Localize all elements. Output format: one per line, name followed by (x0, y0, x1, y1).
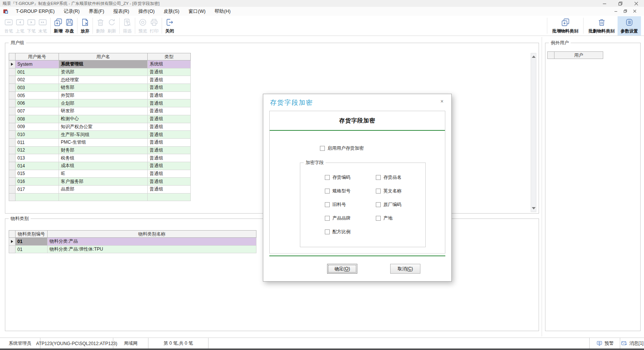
cell-type[interactable]: 普通组 (148, 170, 191, 178)
cell-username[interactable]: IE (59, 170, 148, 178)
enable-encrypt-row[interactable]: 启用用户存货加密 (320, 145, 364, 152)
cell-account[interactable]: 013 (15, 154, 59, 162)
enable-encrypt-checkbox[interactable] (320, 146, 325, 151)
cell-username[interactable]: PMC-生管组 (59, 138, 148, 146)
mdi-close-button[interactable] (633, 9, 636, 14)
cell-account[interactable]: 017 (15, 186, 59, 194)
table-row[interactable]: 005外贸部普通组 (9, 91, 191, 99)
field-checkbox[interactable] (376, 189, 381, 194)
cell-username[interactable]: 财务部 (59, 146, 148, 154)
field-option[interactable]: 存货编码 (325, 174, 351, 181)
cell-account[interactable]: 002 (15, 76, 59, 84)
column-header-account[interactable]: 用户账号 (15, 53, 59, 60)
cancel-button[interactable]: 取消(C) (390, 264, 420, 274)
cell-username[interactable]: 知识产权办公室 (59, 123, 148, 131)
scroll-down-arrow[interactable] (532, 207, 536, 209)
cell-type[interactable]: 普通组 (148, 76, 191, 84)
table-row[interactable]: 015IE普通组 (9, 170, 191, 178)
field-checkbox[interactable] (376, 175, 381, 180)
batch-delete-category-button[interactable]: 批删物料类别 (585, 16, 618, 36)
cell-category-name[interactable]: 物料分类:产品:弹性体:TPU (47, 245, 256, 253)
field-checkbox[interactable] (325, 189, 330, 194)
alert-button[interactable]: 预警 (589, 338, 620, 349)
menu-item-help[interactable]: 帮助(H) (210, 8, 235, 15)
table-row[interactable]: 010生产部-车间组普通组 (9, 131, 191, 139)
menu-item-app[interactable]: T-GROUP ERP(E) (11, 9, 59, 14)
menu-item-ui[interactable]: 界面(F) (84, 8, 109, 15)
table-row[interactable]: 017品质部普通组 (9, 186, 191, 194)
field-checkbox[interactable] (325, 175, 330, 180)
message-button[interactable]: 消息[1] (620, 338, 644, 349)
menu-item-skin[interactable]: 皮肤(S) (159, 8, 184, 15)
cell-category-name[interactable]: 物料分类:产品 (47, 238, 256, 246)
column-header-user[interactable]: 用户 (554, 52, 603, 59)
cell-type[interactable]: 普通组 (148, 162, 191, 170)
cell-username[interactable]: 企划部 (59, 99, 148, 107)
restore-button[interactable] (612, 0, 628, 7)
menu-item-operation[interactable]: 操作(O) (134, 8, 159, 15)
cell-username[interactable]: 系统管理组 (59, 60, 148, 68)
cell-type[interactable]: 普通组 (148, 68, 191, 76)
table-row[interactable]: 011PMC-生管组普通组 (9, 138, 191, 146)
cell-category-code[interactable]: 01 (15, 238, 47, 246)
cell-account[interactable]: 001 (15, 68, 59, 76)
cell-account[interactable]: 005 (15, 91, 59, 99)
table-row[interactable]: System系统管理组系统组 (9, 60, 191, 68)
cell-account[interactable]: 008 (15, 115, 59, 123)
cell-account[interactable]: 011 (15, 138, 59, 146)
user-groups-scrollbar[interactable] (531, 53, 536, 212)
cell-account[interactable]: 015 (15, 170, 59, 178)
field-option[interactable]: 配方比例 (325, 229, 351, 235)
table-row[interactable]: 001资讯部普通组 (9, 68, 191, 76)
cell-username[interactable]: 客户服务部 (59, 178, 148, 186)
current-row-arrow[interactable] (9, 238, 15, 246)
cell-account[interactable]: System (15, 60, 59, 68)
column-header-category-name[interactable]: 物料类别名称 (47, 231, 256, 238)
cell-type[interactable]: 普通组 (148, 131, 191, 139)
add-button[interactable]: 新增 (53, 16, 64, 36)
table-row[interactable]: 016客户服务部普通组 (9, 178, 191, 186)
scroll-up-arrow[interactable] (532, 56, 536, 58)
cell-type[interactable]: 普通组 (148, 138, 191, 146)
cell-account[interactable]: 010 (15, 131, 59, 139)
table-row[interactable]: 009知识产权办公室普通组 (9, 123, 191, 131)
cell-type[interactable]: 普通组 (148, 146, 191, 154)
table-row[interactable]: 002总经理室普通组 (9, 76, 191, 84)
dialog-close-icon[interactable]: × (438, 98, 446, 105)
cell-type[interactable]: 普通组 (148, 123, 191, 131)
field-option[interactable]: 英文名称 (376, 188, 402, 194)
column-header-category-code[interactable]: 物料类别编号 (15, 231, 47, 238)
cell-type[interactable]: 普通组 (148, 99, 191, 107)
discard-button[interactable]: 放弃 (79, 16, 91, 36)
field-checkbox[interactable] (325, 229, 330, 234)
field-option[interactable]: 旧料号 (325, 201, 346, 208)
cell-username[interactable]: 总经理室 (59, 76, 148, 84)
column-header-type[interactable]: 类型 (148, 53, 191, 60)
cell-category-code[interactable]: 01 (15, 245, 47, 253)
cell-type[interactable]: 系统组 (148, 60, 191, 68)
cell-username[interactable]: 品质部 (59, 186, 148, 194)
table-row[interactable]: 014成本组普通组 (9, 162, 191, 170)
field-option[interactable]: 规格型号 (325, 188, 351, 194)
table-row[interactable]: 003销售部普通组 (9, 84, 191, 92)
field-option[interactable]: 产品品牌 (325, 215, 351, 221)
table-row[interactable]: 012财务部普通组 (9, 146, 191, 154)
field-option[interactable]: 产地 (376, 215, 392, 221)
table-row[interactable]: 007研发部普通组 (9, 107, 191, 115)
cell-type[interactable]: 普通组 (148, 186, 191, 194)
field-checkbox[interactable] (325, 202, 330, 207)
cell-account[interactable]: 016 (15, 178, 59, 186)
field-checkbox[interactable] (376, 216, 381, 221)
cell-username[interactable]: 成本组 (59, 162, 148, 170)
cell-username[interactable]: 生产部-车间组 (59, 131, 148, 139)
cell-username[interactable]: 税务组 (59, 154, 148, 162)
ok-button[interactable]: 确定(O) (327, 264, 357, 274)
cell-account[interactable]: 006 (15, 99, 59, 107)
mdi-minimize-button[interactable] (614, 9, 618, 14)
settings-button[interactable]: 参数设置 (618, 16, 641, 36)
close-form-button[interactable]: 关闭 (164, 16, 175, 36)
cell-username[interactable]: 销售部 (59, 84, 148, 92)
cell-username[interactable]: 研发部 (59, 107, 148, 115)
cell-account[interactable]: 007 (15, 107, 59, 115)
table-row[interactable]: 013税务组普通组 (9, 154, 191, 162)
